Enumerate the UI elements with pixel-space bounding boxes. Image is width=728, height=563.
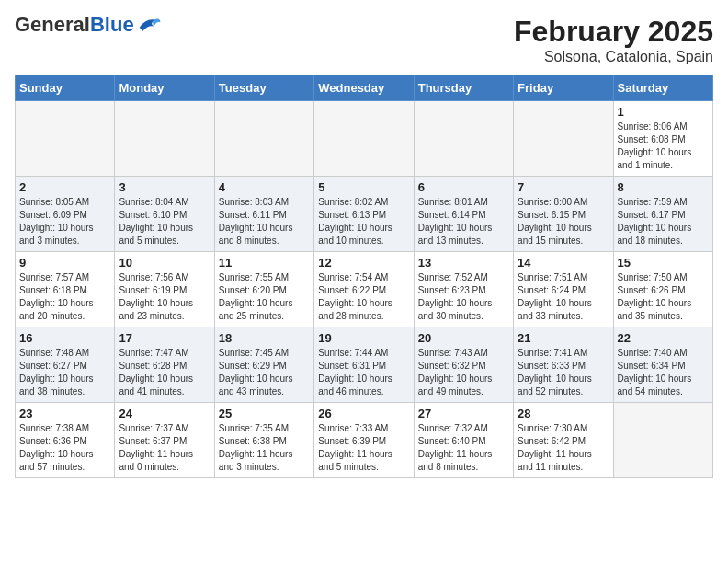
day-number: 8: [618, 180, 709, 194]
day-number: 4: [219, 180, 310, 194]
calendar-week-4: 23Sunrise: 7:38 AM Sunset: 6:36 PM Dayli…: [16, 403, 713, 478]
day-number: 9: [19, 256, 110, 270]
day-info: Sunrise: 7:43 AM Sunset: 6:32 PM Dayligh…: [418, 347, 509, 398]
calendar-cell: 17Sunrise: 7:47 AM Sunset: 6:28 PM Dayli…: [115, 327, 214, 403]
col-header-sunday: Sunday: [16, 75, 115, 101]
day-info: Sunrise: 7:30 AM Sunset: 6:42 PM Dayligh…: [518, 422, 609, 474]
calendar-cell: 7Sunrise: 8:00 AM Sunset: 6:15 PM Daylig…: [514, 177, 613, 252]
calendar-cell: 9Sunrise: 7:57 AM Sunset: 6:18 PM Daylig…: [16, 252, 115, 327]
day-number: 19: [318, 331, 409, 345]
calendar-cell: 4Sunrise: 8:03 AM Sunset: 6:11 PM Daylig…: [214, 177, 313, 252]
day-info: Sunrise: 7:57 AM Sunset: 6:18 PM Dayligh…: [19, 271, 110, 323]
day-number: 20: [418, 331, 509, 345]
day-info: Sunrise: 8:03 AM Sunset: 6:11 PM Dayligh…: [219, 196, 310, 247]
calendar-cell: [514, 101, 613, 177]
day-number: 21: [518, 331, 609, 345]
day-info: Sunrise: 7:55 AM Sunset: 6:20 PM Dayligh…: [219, 271, 310, 323]
calendar-cell: 3Sunrise: 8:04 AM Sunset: 6:10 PM Daylig…: [115, 177, 214, 252]
calendar-cell: 20Sunrise: 7:43 AM Sunset: 6:32 PM Dayli…: [414, 327, 513, 403]
day-number: 11: [219, 256, 310, 270]
day-info: Sunrise: 7:38 AM Sunset: 6:36 PM Dayligh…: [19, 422, 110, 474]
calendar-cell: 23Sunrise: 7:38 AM Sunset: 6:36 PM Dayli…: [16, 403, 115, 478]
calendar-cell: 8Sunrise: 7:59 AM Sunset: 6:17 PM Daylig…: [613, 177, 712, 252]
calendar-cell: 28Sunrise: 7:30 AM Sunset: 6:42 PM Dayli…: [514, 403, 613, 478]
day-number: 28: [518, 407, 609, 420]
day-info: Sunrise: 7:44 AM Sunset: 6:31 PM Dayligh…: [318, 347, 409, 398]
day-number: 7: [518, 180, 609, 194]
day-number: 2: [19, 180, 110, 194]
day-number: 27: [418, 407, 509, 420]
day-info: Sunrise: 7:50 AM Sunset: 6:26 PM Dayligh…: [618, 271, 709, 323]
day-info: Sunrise: 8:01 AM Sunset: 6:14 PM Dayligh…: [418, 196, 509, 247]
day-number: 25: [219, 407, 310, 420]
day-info: Sunrise: 7:56 AM Sunset: 6:19 PM Dayligh…: [119, 271, 210, 323]
calendar-cell: 22Sunrise: 7:40 AM Sunset: 6:34 PM Dayli…: [613, 327, 712, 403]
day-info: Sunrise: 8:04 AM Sunset: 6:10 PM Dayligh…: [119, 196, 210, 247]
calendar-cell: 18Sunrise: 7:45 AM Sunset: 6:29 PM Dayli…: [214, 327, 313, 403]
calendar-cell: 16Sunrise: 7:48 AM Sunset: 6:27 PM Dayli…: [16, 327, 115, 403]
calendar-cell: 13Sunrise: 7:52 AM Sunset: 6:23 PM Dayli…: [414, 252, 513, 327]
day-number: 16: [19, 331, 110, 345]
day-info: Sunrise: 8:02 AM Sunset: 6:13 PM Dayligh…: [318, 196, 409, 247]
calendar-cell: [115, 101, 214, 177]
calendar-cell: [314, 101, 414, 177]
day-info: Sunrise: 7:54 AM Sunset: 6:22 PM Dayligh…: [318, 271, 409, 323]
day-number: 14: [518, 256, 609, 270]
day-info: Sunrise: 7:37 AM Sunset: 6:37 PM Dayligh…: [119, 422, 210, 474]
col-header-thursday: Thursday: [414, 75, 513, 101]
calendar-cell: 19Sunrise: 7:44 AM Sunset: 6:31 PM Dayli…: [314, 327, 414, 403]
day-number: 6: [418, 180, 509, 194]
month-title: February 2025: [514, 15, 713, 49]
day-number: 15: [618, 256, 709, 270]
calendar-week-3: 16Sunrise: 7:48 AM Sunset: 6:27 PM Dayli…: [16, 327, 713, 403]
day-info: Sunrise: 7:59 AM Sunset: 6:17 PM Dayligh…: [618, 196, 709, 247]
day-number: 26: [318, 407, 409, 420]
calendar-cell: 15Sunrise: 7:50 AM Sunset: 6:26 PM Dayli…: [613, 252, 712, 327]
logo-bird-icon: [136, 15, 162, 35]
day-number: 12: [318, 256, 409, 270]
day-info: Sunrise: 7:52 AM Sunset: 6:23 PM Dayligh…: [418, 271, 509, 323]
calendar-cell: 11Sunrise: 7:55 AM Sunset: 6:20 PM Dayli…: [214, 252, 313, 327]
col-header-saturday: Saturday: [613, 75, 712, 101]
header: GeneralBlue February 2025 Solsona, Catal…: [15, 15, 713, 65]
day-number: 17: [119, 331, 210, 345]
calendar-cell: [16, 101, 115, 177]
col-header-friday: Friday: [514, 75, 613, 101]
col-header-wednesday: Wednesday: [314, 75, 414, 101]
day-number: 5: [318, 180, 409, 194]
day-number: 10: [119, 256, 210, 270]
calendar-cell: 24Sunrise: 7:37 AM Sunset: 6:37 PM Dayli…: [115, 403, 214, 478]
day-info: Sunrise: 7:48 AM Sunset: 6:27 PM Dayligh…: [19, 347, 110, 398]
day-info: Sunrise: 8:06 AM Sunset: 6:08 PM Dayligh…: [618, 121, 709, 172]
day-info: Sunrise: 7:51 AM Sunset: 6:24 PM Dayligh…: [518, 271, 609, 323]
calendar-cell: [613, 403, 712, 478]
calendar-cell: 5Sunrise: 8:02 AM Sunset: 6:13 PM Daylig…: [314, 177, 414, 252]
day-number: 23: [19, 407, 110, 420]
calendar-week-2: 9Sunrise: 7:57 AM Sunset: 6:18 PM Daylig…: [16, 252, 713, 327]
day-info: Sunrise: 7:33 AM Sunset: 6:39 PM Dayligh…: [318, 422, 409, 474]
day-info: Sunrise: 8:00 AM Sunset: 6:15 PM Dayligh…: [518, 196, 609, 247]
calendar-cell: 26Sunrise: 7:33 AM Sunset: 6:39 PM Dayli…: [314, 403, 414, 478]
calendar-cell: [214, 101, 313, 177]
day-number: 22: [618, 331, 709, 345]
day-number: 24: [119, 407, 210, 420]
calendar-cell: 2Sunrise: 8:05 AM Sunset: 6:09 PM Daylig…: [16, 177, 115, 252]
calendar-header-row: SundayMondayTuesdayWednesdayThursdayFrid…: [16, 75, 713, 101]
calendar-table: SundayMondayTuesdayWednesdayThursdayFrid…: [15, 75, 713, 478]
col-header-monday: Monday: [115, 75, 214, 101]
title-area: February 2025 Solsona, Catalonia, Spain: [514, 15, 713, 65]
calendar-cell: 6Sunrise: 8:01 AM Sunset: 6:14 PM Daylig…: [414, 177, 513, 252]
calendar-cell: 12Sunrise: 7:54 AM Sunset: 6:22 PM Dayli…: [314, 252, 414, 327]
logo-general: General: [15, 13, 90, 36]
logo-blue: Blue: [90, 13, 134, 36]
logo: GeneralBlue: [15, 15, 162, 35]
day-number: 3: [119, 180, 210, 194]
day-info: Sunrise: 7:32 AM Sunset: 6:40 PM Dayligh…: [418, 422, 509, 474]
calendar-cell: 21Sunrise: 7:41 AM Sunset: 6:33 PM Dayli…: [514, 327, 613, 403]
calendar-week-0: 1Sunrise: 8:06 AM Sunset: 6:08 PM Daylig…: [16, 101, 713, 177]
day-number: 1: [618, 105, 709, 119]
day-info: Sunrise: 8:05 AM Sunset: 6:09 PM Dayligh…: [19, 196, 110, 247]
day-info: Sunrise: 7:40 AM Sunset: 6:34 PM Dayligh…: [618, 347, 709, 398]
location: Solsona, Catalonia, Spain: [514, 49, 713, 65]
calendar-cell: 14Sunrise: 7:51 AM Sunset: 6:24 PM Dayli…: [514, 252, 613, 327]
